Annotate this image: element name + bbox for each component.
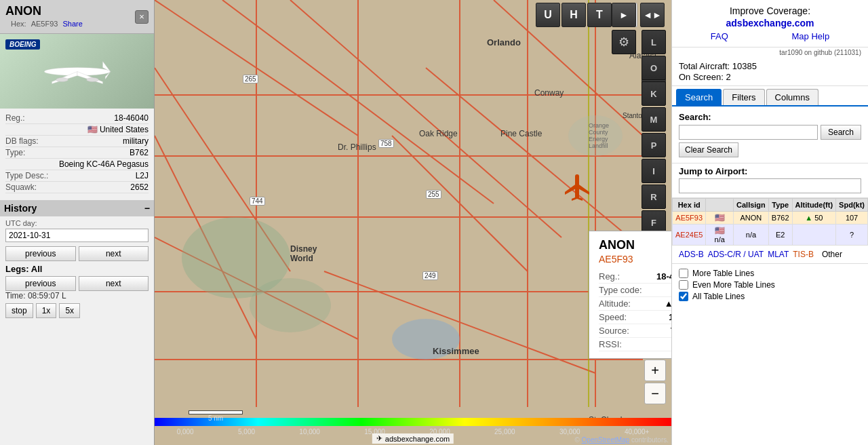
row1-altitude: ▲ 50 — [792, 212, 836, 225]
search-input[interactable] — [679, 125, 818, 140]
squawk-label: Squawk: — [5, 182, 37, 192]
hex-link-2[interactable]: AE24E5 — [675, 231, 703, 239]
aircraft-table: Hex id Callsign Type Altitude(ft) Spd(kt… — [672, 198, 868, 246]
popup-speed-label: Speed: — [599, 312, 627, 322]
tabs-section: Search Filters Columns — [672, 86, 868, 107]
speed-5x-button[interactable]: 5x — [59, 303, 80, 318]
jump-input[interactable] — [679, 178, 861, 193]
clear-search-button[interactable]: Clear Search — [679, 142, 738, 157]
improve-link[interactable]: adsbexchange.com — [726, 18, 814, 28]
p-button[interactable]: P — [642, 133, 666, 157]
next-button-1[interactable]: next — [79, 246, 149, 261]
history-content: UTC day: previous next Legs: All previou… — [5, 216, 149, 321]
previous-next-row-2: previous next — [5, 276, 149, 291]
svg-point-6 — [86, 77, 98, 81]
tis-b-link[interactable]: TIS-B — [793, 250, 814, 259]
faq-link[interactable]: FAQ — [711, 31, 728, 41]
popup-source-value: TIS-B — [671, 326, 671, 336]
t-button[interactable]: T — [587, 3, 612, 27]
ads-b-link[interactable]: ADS-B — [679, 250, 704, 259]
r-button[interactable]: R — [642, 185, 666, 209]
share-link[interactable]: Share — [63, 20, 83, 28]
hex-link-1[interactable]: AE5F93 — [675, 214, 703, 222]
l-button[interactable]: L — [642, 30, 666, 54]
utc-input[interactable] — [5, 229, 149, 242]
filters-tab[interactable]: Filters — [723, 89, 764, 105]
close-button[interactable]: × — [135, 10, 149, 24]
mlat-link[interactable]: MLAT — [768, 250, 789, 259]
search-button[interactable]: Search — [821, 125, 861, 140]
us-flag: 🇺🇸 — [87, 125, 100, 134]
popup-speed-row: Speed: 107 kt — [599, 311, 671, 324]
i-button[interactable]: I — [642, 159, 666, 183]
time-label: Time: 08:59:07 L — [5, 291, 149, 301]
next-button-2[interactable]: next — [79, 276, 149, 291]
m-button[interactable]: M — [642, 107, 666, 132]
table-header-row: Hex id Callsign Type Altitude(ft) Spd(kt… — [673, 199, 868, 212]
oakridge-label: Oak Ridge — [419, 129, 458, 138]
col-hex: Hex id — [673, 199, 706, 212]
more-table-lines-label: More Table Lines — [692, 269, 754, 278]
o-button[interactable]: O — [642, 56, 666, 80]
aircraft-image: BOEING — [0, 34, 154, 109]
db-flags-label: DB flags: — [5, 136, 39, 146]
table-row[interactable]: AE5F93 🇺🇸 ANON B762 ▲ 50 107 — [673, 212, 868, 225]
k-button[interactable]: K — [642, 81, 666, 106]
utc-row: UTC day: — [5, 219, 149, 242]
scale-bar: 5 nm — [189, 410, 243, 422]
col-type: Type — [768, 199, 792, 212]
db-flags-row: DB flags: military — [5, 136, 149, 147]
h-button[interactable]: H — [561, 3, 586, 27]
boeing-logo: BOEING — [5, 39, 40, 50]
total-aircraft-value: 10385 — [732, 61, 757, 71]
previous-button-1[interactable]: previous — [5, 246, 76, 261]
nav-btn-arrows: ◄► — [640, 3, 665, 27]
stop-speed-row: stop 1x 5x — [5, 303, 149, 318]
aircraft-title: ANON — [5, 4, 41, 18]
previous-button-2[interactable]: previous — [5, 276, 76, 291]
type-value: B762 — [130, 148, 149, 157]
svg-marker-36 — [572, 197, 577, 201]
osm-link[interactable]: OpenStreetMap — [582, 436, 630, 444]
nav-btn-right[interactable]: ► — [612, 3, 636, 27]
expand-arrows-button[interactable]: ◄► — [640, 3, 665, 27]
road-num-255: 255 — [426, 190, 441, 199]
plane-emoji: ✈ — [376, 434, 382, 443]
speed-1x-button[interactable]: 1x — [36, 303, 57, 318]
left-panel: ANON Hex: AE5F93 Share × BOEING — [0, 0, 155, 445]
adsbexchange-text: adsbexchange.com — [385, 435, 450, 443]
legs-label: Legs: All — [5, 264, 42, 274]
popup-title: ANON — [599, 238, 671, 252]
row2-callsign: n/a — [734, 225, 769, 246]
history-header[interactable]: History − — [0, 200, 154, 216]
columns-tab[interactable]: Columns — [766, 89, 818, 105]
svg-line-27 — [324, 271, 595, 373]
search-tab[interactable]: Search — [676, 89, 722, 105]
stop-button[interactable]: stop — [5, 303, 33, 318]
aircraft-icon — [560, 170, 594, 206]
total-aircraft-row: Total Aircraft: 10385 — [679, 61, 861, 71]
svg-rect-7 — [155, 0, 671, 445]
even-more-table-lines-row: Even More Table Lines — [679, 280, 861, 290]
more-table-lines-checkbox[interactable] — [679, 269, 688, 278]
alt-label-40k: 40,000+ — [625, 428, 649, 436]
u-button[interactable]: U — [536, 3, 560, 27]
svg-line-26 — [155, 237, 358, 339]
map-help-link[interactable]: Map Help — [792, 31, 830, 41]
hex-value: AE5F93 — [31, 20, 58, 28]
checkboxes-section: More Table Lines Even More Table Lines A… — [672, 264, 868, 306]
settings-button[interactable]: ⚙ — [612, 30, 636, 54]
aircraft-header: ANON Hex: AE5F93 Share × — [0, 0, 154, 34]
svg-point-29 — [182, 217, 290, 298]
stats-section: Total Aircraft: 10385 On Screen: 2 — [672, 58, 868, 86]
table-row[interactable]: AE24E5 🇺🇸 n/a n/a E2 ? — [673, 225, 868, 246]
other-label: Other — [822, 250, 842, 259]
all-table-lines-checkbox[interactable] — [679, 292, 688, 301]
map-area[interactable]: Orlando Alafaya Conway Oak Ridge Pine Ca… — [155, 0, 671, 445]
forward-nav-button[interactable]: ► — [612, 3, 636, 27]
svg-line-21 — [155, 68, 290, 271]
ads-c-link[interactable]: ADS-C/R / UAT — [708, 250, 764, 259]
zoom-in-button[interactable]: + — [644, 360, 666, 381]
zoom-out-button[interactable]: − — [644, 383, 666, 404]
even-more-table-lines-checkbox[interactable] — [679, 280, 688, 290]
